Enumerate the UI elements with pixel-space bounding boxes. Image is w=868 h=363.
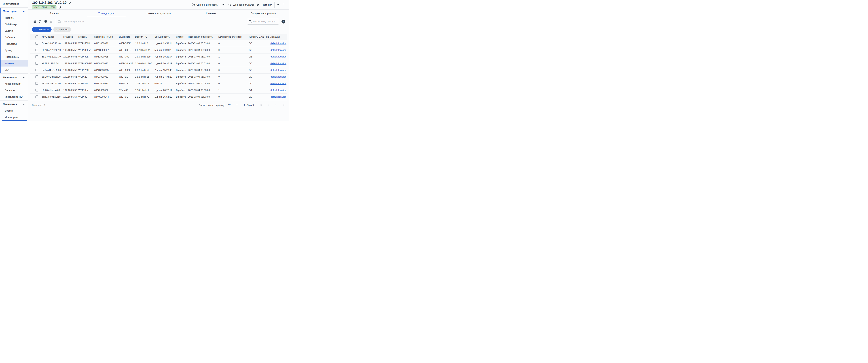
row-checkbox[interactable] <box>35 95 38 98</box>
table-row[interactable]: a8:f9:4c:1f:f0:04192.168.5.58WEP-30L-NBW… <box>30 60 287 67</box>
prev-page-button[interactable] <box>267 103 271 107</box>
cell-model: WEP-30L-Z <box>78 47 94 53</box>
refresh-status-icon[interactable] <box>58 6 61 9</box>
sidebar-item-syslog[interactable]: Syslog <box>1 47 28 54</box>
cell-uptime: 1 дней, 20:36:19 <box>155 60 176 67</box>
row-checkbox[interactable] <box>35 89 38 92</box>
sidebar-group-label: Управление <box>3 76 18 78</box>
cell-model: WEP-2L <box>78 73 94 80</box>
sidebar-item-0-3[interactable]: События <box>1 34 28 40</box>
sidebar-group-1: УправлениеКонфигурацииСервисыУправление … <box>0 73 28 100</box>
location-link[interactable]: default-location <box>271 69 286 71</box>
location-link[interactable]: default-location <box>271 95 286 98</box>
tab-3[interactable]: Клиенты <box>185 9 237 17</box>
row-checkbox[interactable] <box>35 82 38 85</box>
kebab-menu-button[interactable] <box>283 3 285 7</box>
web-configurator-button[interactable]: Web-конфигуратор <box>228 3 254 6</box>
sidebar-group-header-0[interactable]: Мониторинг <box>1 8 28 14</box>
location-link[interactable]: default-location <box>271 48 286 51</box>
table-row[interactable]: 68:13:e2:20:a2:70192.168.5.51WEP-30LWP52… <box>30 53 287 60</box>
cell-location: default-location <box>271 73 287 80</box>
cell-mac: e4:5a:d4:e8:d9:20 <box>42 67 63 73</box>
cell-mac: 68:13:e2:20:a2:70 <box>42 53 63 60</box>
select-all-checkbox[interactable] <box>35 35 38 38</box>
tab-1[interactable]: Точки доступа <box>80 9 133 17</box>
cell-location: default-location <box>271 94 287 100</box>
filter-columns-icon[interactable] <box>32 19 37 24</box>
table-row[interactable]: 0c:ee:20:00:10:40192.168.5.54WEP-550KWP6… <box>30 40 287 47</box>
sync-button[interactable]: Синхронизировать <box>192 3 218 6</box>
cell-hostname: 82test82 <box>119 87 135 94</box>
cell-hostname: WEP-550K <box>119 40 135 47</box>
table-row[interactable]: e8:28:c1:d7:3c:20192.168.5.55WEP-2LWP230… <box>30 73 287 80</box>
cell-location: default-location <box>271 40 287 47</box>
per-page-select[interactable]: 10 <box>227 103 238 107</box>
cell-clients-bands: 0/1 <box>249 53 271 60</box>
edit-icon[interactable] <box>68 1 71 4</box>
location-link[interactable]: default-location <box>271 62 286 65</box>
location-link[interactable]: default-location <box>271 89 286 92</box>
location-link[interactable]: default-location <box>271 75 286 78</box>
row-checkbox[interactable] <box>35 62 38 65</box>
sidebar-item-2-1[interactable]: Мониторинг <box>0 114 28 121</box>
sidebar-item-1-0[interactable]: Конфигурации <box>0 80 28 87</box>
row-checkbox[interactable] <box>35 42 38 45</box>
sidebar-item-information[interactable]: Информация <box>0 0 28 7</box>
help-button[interactable]: ? <box>281 20 285 24</box>
location-link[interactable]: default-location <box>271 55 286 58</box>
tab-4[interactable]: Сводная информация <box>237 9 289 17</box>
sidebar-item-0-0[interactable]: Метрики <box>1 14 28 21</box>
cell-uptime: 7 дней, 17:34:20 <box>155 73 176 80</box>
main-content: 100.110.7.193_WLC-30 ICMPSNMPSSH <box>28 0 289 121</box>
cell-ip: 192.168.5.50 <box>63 80 78 87</box>
row-checkbox[interactable] <box>35 55 38 58</box>
table-row[interactable]: ec:b1:e0:0c:09:10192.168.5.57WEP-3LWP4C0… <box>30 94 287 100</box>
sidebar-group-header-1[interactable]: Управление <box>0 74 28 80</box>
filter-chip-active[interactable]: ✓ Активные <box>32 27 52 32</box>
sidebar-item-2-0[interactable]: Доступ <box>0 107 28 114</box>
table-row[interactable]: 68:13:e2:20:a2:10192.168.5.52WEP-30L-ZWP… <box>30 47 287 53</box>
table-row[interactable]: e4:5a:d4:e8:d9:20192.168.5.56WEP-200LWP4… <box>30 67 287 73</box>
unregister-button[interactable]: Разрегистрировать <box>58 20 85 23</box>
sidebar-item-0-2[interactable]: Задачи <box>1 28 28 34</box>
location-link[interactable]: default-location <box>271 82 286 85</box>
sidebar-item-sla[interactable]: SLA <box>1 67 28 73</box>
column-header-mac: MAC-адрес <box>42 34 63 40</box>
cell-firmware: 2.9.0 build 888 <box>135 53 155 60</box>
terminal-button[interactable]: Терминал <box>256 3 272 6</box>
cell-mac: e8:28:c1:d7:3c:20 <box>42 73 63 80</box>
row-checkbox[interactable] <box>35 69 38 71</box>
cell-uptime: 1 дней, 20:27:11 <box>155 87 176 94</box>
sidebar-item-1-1[interactable]: Сервисы <box>0 87 28 94</box>
cell-last-activity: 2026-03-04 05:03:00 <box>188 94 218 100</box>
cell-status: В работе <box>176 67 188 73</box>
row-checkbox[interactable] <box>35 48 38 51</box>
sidebar-item-1-2[interactable]: Управление ПО <box>0 94 28 100</box>
tab-0[interactable]: Локации <box>28 9 80 17</box>
filter-chip-lost[interactable]: Утерянные <box>53 27 71 32</box>
page-title: 100.110.7.193_WLC-30 <box>32 1 67 5</box>
sidebar-group-2: ПараметрыДоступМониторинг <box>0 100 28 121</box>
last-page-button[interactable] <box>282 103 285 107</box>
first-page-button[interactable] <box>260 103 263 107</box>
row-checkbox[interactable] <box>35 75 38 78</box>
gear-icon[interactable] <box>43 19 48 24</box>
sidebar-group-header-2[interactable]: Параметры <box>0 101 28 107</box>
next-page-button[interactable] <box>274 103 278 107</box>
table-row[interactable]: e8:28:c1:ed:47:60192.168.5.50WEP-2acWP12… <box>30 80 287 87</box>
sidebar-item-0-6[interactable]: Интерфейсы <box>1 54 28 60</box>
upload-icon[interactable] <box>48 19 54 24</box>
sync-dropdown-button[interactable] <box>222 4 225 6</box>
sidebar-item-0-4[interactable]: Проблемы <box>1 40 28 47</box>
link-icon <box>228 3 231 6</box>
terminal-dropdown-button[interactable] <box>277 4 280 6</box>
sidebar-item-wireless[interactable]: Wireless <box>1 60 28 67</box>
tab-2[interactable]: Новые точки доступа <box>133 9 185 17</box>
chevron-down-icon <box>277 4 279 5</box>
refresh-icon[interactable] <box>37 19 43 24</box>
cell-hostname: WEP-2L <box>119 73 135 80</box>
cell-status: В работе <box>176 40 188 47</box>
table-row[interactable]: e8:28:c1:fc:d4:60192.168.5.53WEP-3axWP42… <box>30 87 287 94</box>
location-link[interactable]: default-location <box>271 42 286 45</box>
sidebar-item-snmp-trap[interactable]: SNMP trap <box>1 21 28 28</box>
